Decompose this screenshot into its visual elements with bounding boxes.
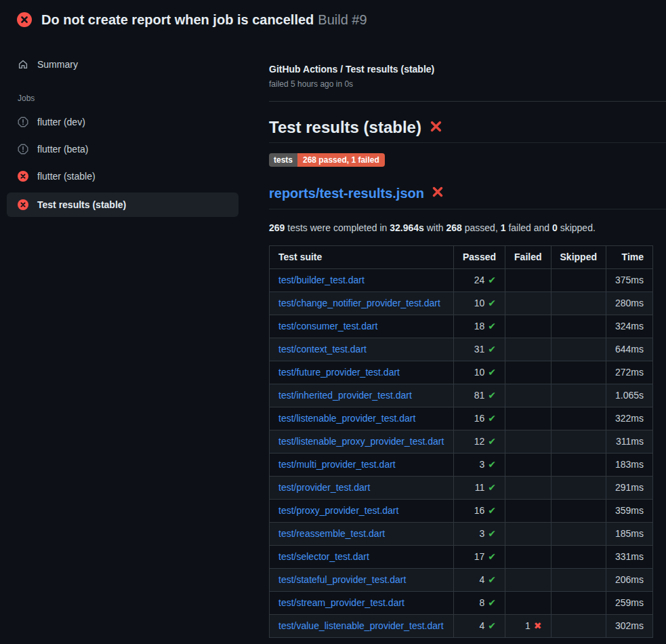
check-icon: ✔ bbox=[488, 620, 496, 631]
suite-link[interactable]: test/builder_test.dart bbox=[278, 275, 365, 285]
sidebar-item-flutter-stable[interactable]: flutter (stable) bbox=[7, 165, 238, 187]
sidebar-item-flutter-beta[interactable]: flutter (beta) bbox=[7, 138, 238, 160]
table-row: test/value_listenable_provider_test.dart… bbox=[270, 615, 653, 638]
time-cell: 183ms bbox=[606, 454, 652, 477]
summary-duration: 32.964s bbox=[390, 222, 424, 233]
sidebar-item-flutter-dev[interactable]: flutter (dev) bbox=[7, 111, 238, 133]
suite-cell: test/stream_provider_test.dart bbox=[270, 592, 454, 615]
suite-link[interactable]: test/listenable_proxy_provider_test.dart bbox=[278, 436, 444, 447]
time-cell: 359ms bbox=[606, 500, 652, 523]
suite-link[interactable]: test/value_listenable_provider_test.dart bbox=[278, 620, 444, 631]
run-header: Do not create report when job is cancell… bbox=[0, 0, 666, 37]
suite-link[interactable]: test/stateful_provider_test.dart bbox=[278, 574, 406, 585]
failed-cell bbox=[505, 269, 551, 292]
passed-cell-count: 11 bbox=[475, 482, 485, 493]
suite-cell: test/value_listenable_provider_test.dart bbox=[270, 615, 454, 638]
table-header-row: Test suitePassedFailedSkippedTime bbox=[270, 246, 653, 269]
check-icon: ✔ bbox=[488, 551, 496, 562]
skipped-cell bbox=[551, 292, 606, 315]
passed-cell: 4✔ bbox=[454, 615, 505, 638]
table-row: test/multi_provider_test.dart3✔183ms bbox=[270, 454, 653, 477]
tests-badge[interactable]: tests 268 passed, 1 failed bbox=[269, 153, 385, 167]
test-results-table: Test suitePassedFailedSkippedTime test/b… bbox=[269, 245, 653, 638]
sidebar-item-test-results-stable[interactable]: Test results (stable) bbox=[7, 193, 238, 217]
failed-cell bbox=[505, 454, 551, 477]
cancelled-status-icon bbox=[18, 144, 28, 155]
failed-status-icon bbox=[18, 199, 28, 210]
divider bbox=[269, 101, 666, 102]
run-build-number: Build #9 bbox=[318, 12, 367, 27]
suite-link[interactable]: test/consumer_test.dart bbox=[278, 321, 377, 331]
passed-cell: 11✔ bbox=[454, 477, 505, 500]
suite-link[interactable]: test/future_provider_test.dart bbox=[278, 367, 400, 378]
suite-cell: test/change_notifier_provider_test.dart bbox=[270, 292, 454, 315]
skipped-cell bbox=[551, 523, 606, 546]
time-cell: 272ms bbox=[606, 361, 652, 384]
table-row: test/future_provider_test.dart10✔272ms bbox=[270, 361, 653, 384]
check-icon: ✔ bbox=[488, 390, 496, 401]
report-title: reports/test-results.json bbox=[269, 185, 666, 209]
time-cell: 311ms bbox=[606, 430, 652, 454]
time-cell: 185ms bbox=[606, 523, 652, 546]
suite-link[interactable]: test/context_test.dart bbox=[278, 344, 367, 355]
passed-cell: 3✔ bbox=[454, 454, 505, 477]
failed-cell-count: 1 bbox=[525, 620, 530, 631]
skipped-cell bbox=[551, 592, 606, 615]
sidebar-item-label: Test results (stable) bbox=[37, 198, 126, 212]
suite-link[interactable]: test/change_notifier_provider_test.dart bbox=[278, 298, 440, 308]
failed-status-icon bbox=[18, 171, 28, 182]
time-cell: 259ms bbox=[606, 592, 652, 615]
suite-link[interactable]: test/listenable_provider_test.dart bbox=[278, 413, 415, 424]
report-link[interactable]: reports/test-results.json bbox=[269, 185, 424, 202]
passed-cell-count: 24 bbox=[474, 275, 485, 285]
sidebar-item-label: flutter (stable) bbox=[37, 169, 96, 183]
time-cell: 324ms bbox=[606, 315, 652, 338]
time-cell: 206ms bbox=[606, 569, 652, 592]
suite-cell: test/stateful_provider_test.dart bbox=[270, 569, 454, 592]
table-row: test/selector_test.dart17✔331ms bbox=[270, 546, 653, 569]
passed-cell-count: 18 bbox=[474, 321, 485, 331]
suite-link[interactable]: test/provider_test.dart bbox=[278, 482, 370, 493]
failed-cell bbox=[505, 477, 551, 500]
suite-link[interactable]: test/inherited_provider_test.dart bbox=[278, 390, 412, 401]
skipped-cell bbox=[551, 569, 606, 592]
passed-cell: 16✔ bbox=[454, 407, 505, 430]
suite-link[interactable]: test/reassemble_test.dart bbox=[278, 528, 385, 539]
passed-cell: 81✔ bbox=[454, 384, 505, 407]
skipped-cell bbox=[551, 615, 606, 638]
passed-cell: 12✔ bbox=[454, 430, 505, 454]
failed-cell: 1✖ bbox=[505, 615, 551, 638]
suite-link[interactable]: test/multi_provider_test.dart bbox=[278, 459, 396, 470]
failed-cell bbox=[505, 338, 551, 361]
passed-cell: 17✔ bbox=[454, 546, 505, 569]
failed-cell bbox=[505, 430, 551, 454]
suite-link[interactable]: test/proxy_provider_test.dart bbox=[278, 505, 398, 516]
column-header-test-suite: Test suite bbox=[270, 246, 454, 269]
table-row: test/consumer_test.dart18✔324ms bbox=[270, 315, 653, 338]
home-icon bbox=[18, 59, 28, 70]
passed-cell: 24✔ bbox=[454, 269, 505, 292]
check-icon: ✔ bbox=[488, 436, 496, 447]
failed-cell bbox=[505, 523, 551, 546]
passed-cell-count: 31 bbox=[474, 344, 485, 355]
summary-passed: 268 bbox=[446, 222, 462, 233]
sidebar-item-label: flutter (beta) bbox=[37, 142, 88, 156]
cross-mark-icon bbox=[430, 117, 442, 138]
skipped-cell bbox=[551, 454, 606, 477]
passed-cell-count: 16 bbox=[474, 413, 485, 424]
suite-cell: test/context_test.dart bbox=[270, 338, 454, 361]
main-content: GitHub Actions / Test results (stable) f… bbox=[252, 37, 666, 638]
sidebar-item-summary[interactable]: Summary bbox=[7, 54, 238, 75]
time-cell: 331ms bbox=[606, 546, 652, 569]
table-row: test/change_notifier_provider_test.dart1… bbox=[270, 292, 653, 315]
suite-link[interactable]: test/selector_test.dart bbox=[278, 551, 369, 562]
suite-link[interactable]: test/stream_provider_test.dart bbox=[278, 597, 404, 608]
skipped-cell bbox=[551, 384, 606, 407]
sidebar-item-label: flutter (dev) bbox=[37, 115, 85, 129]
passed-cell-count: 10 bbox=[474, 367, 485, 378]
suite-cell: test/listenable_proxy_provider_test.dart bbox=[270, 430, 454, 454]
column-header-failed: Failed bbox=[505, 246, 551, 269]
check-icon: ✔ bbox=[488, 505, 496, 516]
passed-cell-count: 17 bbox=[474, 551, 485, 562]
passed-cell: 4✔ bbox=[454, 569, 505, 592]
